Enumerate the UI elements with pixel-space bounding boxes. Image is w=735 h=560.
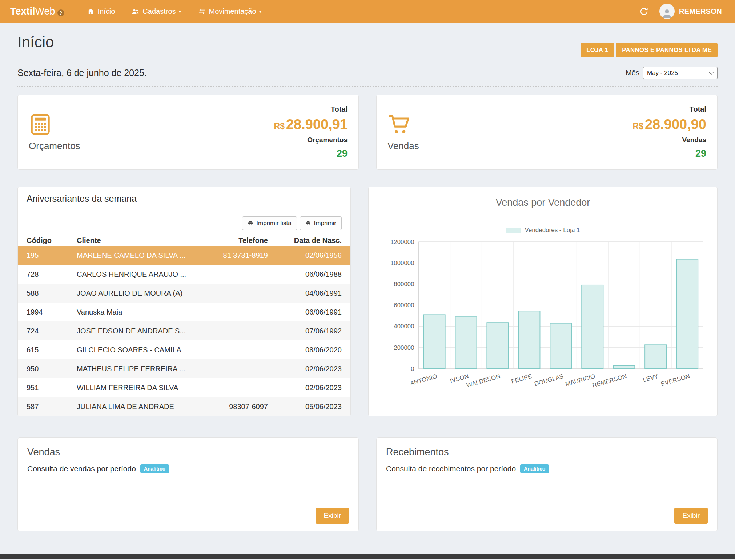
user-menu[interactable]: REMERSON [659, 4, 722, 19]
bar-antonio[interactable] [424, 315, 445, 368]
cell-nasc: 05/06/2023 [272, 403, 350, 411]
brand-text: TextilWeb [10, 6, 55, 17]
birthday-row[interactable]: 588JOAO AURELIO DE MOURA (A)04/06/1991 [18, 284, 350, 303]
help-icon[interactable]: ? [57, 9, 64, 16]
exibir-recebimentos-button[interactable]: Exibir [674, 508, 708, 524]
date-row: Sexta-feira, 6 de junho de 2025. Mês May… [17, 67, 718, 79]
cell-codigo: 724 [18, 327, 72, 335]
month-label: Mês [626, 69, 639, 77]
svg-text:1000000: 1000000 [390, 260, 414, 267]
x-label-levy: LEVY [642, 373, 659, 384]
birthday-row[interactable]: 724JOSE EDSON DE ANDRADE S...07/06/1992 [18, 321, 350, 340]
x-label-waldeson: WALDESON [466, 373, 501, 389]
card-right: Total R$28.900,90 Vendas 29 [633, 104, 706, 160]
svg-text:0: 0 [411, 365, 414, 372]
store-button[interactable]: LOJA 1 [581, 43, 614, 57]
cell-nasc: 08/06/2020 [272, 346, 350, 354]
cell-telefone: 81 3731-8919 [187, 251, 272, 260]
refresh-icon[interactable] [639, 7, 648, 16]
x-label-remerson: REMERSON [591, 373, 627, 389]
panel-footer: Exibir [377, 500, 717, 531]
birthday-row[interactable]: 728CARLOS HENRIQUE ARAUJO ...06/06/1988 [18, 265, 350, 284]
cell-nasc: 04/06/1991 [272, 289, 350, 297]
nav-item-inicio[interactable]: Início [87, 7, 115, 16]
nav-item-label: Cadastros [142, 7, 176, 16]
separator [17, 86, 718, 87]
card-left: Vendas [387, 104, 419, 160]
birthday-row[interactable]: 195MARLENE CAMELO DA SILVA ...81 3731-89… [18, 246, 350, 265]
cart-icon [387, 113, 419, 136]
company-button[interactable]: PANNOS E PANNOS LTDA ME [616, 43, 718, 57]
cell-cliente: MARLENE CAMELO DA SILVA ... [72, 251, 187, 260]
bar-ivson[interactable] [455, 317, 477, 369]
cell-cliente: JULIANA LIMA DE ANDRADE [72, 403, 187, 411]
card-right: Total R$28.900,91 Orçamentos 29 [274, 104, 348, 160]
birthday-row[interactable]: 950MATHEUS FELIPE FERREIRA ...02/06/2023 [18, 359, 350, 378]
print-button[interactable]: Imprimir [300, 216, 342, 230]
x-label-everson: EVERSON [660, 373, 691, 388]
col-codigo: Código [18, 236, 72, 245]
caret-down-icon: ▾ [259, 8, 262, 14]
nav-item-movimentacao[interactable]: Movimentação ▾ [198, 7, 262, 16]
birthday-row[interactable]: 615GILCLECIO SOARES - CAMILA08/06/2020 [18, 340, 350, 359]
sales-chart-svg: 020000040000060000080000010000001200000A… [377, 238, 709, 396]
print-list-label: Imprimir lista [256, 220, 291, 227]
vendas-report-panel: Vendas Consulta de vendas por período An… [17, 437, 359, 531]
middle-row: Aniversariantes da semana Imprimir lista… [17, 187, 718, 416]
chart-legend: Vendedores - Loja 1 [377, 227, 709, 234]
cell-nasc: 02/06/2023 [272, 365, 350, 373]
cell-cliente: JOSE EDSON DE ANDRADE S... [72, 327, 187, 335]
legend-label: Vendedores - Loja 1 [525, 227, 580, 234]
month-picker: Mês May - 2025 [626, 67, 718, 79]
total-label: Total [690, 105, 706, 113]
orcamentos-card: Orçamentos Total R$28.900,91 Orçamentos … [17, 95, 359, 170]
cell-codigo: 587 [18, 403, 72, 411]
page-header: Início LOJA 1 PANNOS E PANNOS LTDA ME [17, 32, 718, 57]
x-label-felipe: FELIPE [510, 373, 533, 385]
card-left: Orçamentos [29, 104, 80, 160]
analitico-badge: Analítico [140, 464, 169, 473]
brand-logo[interactable]: TextilWeb ? [10, 6, 64, 17]
cell-codigo: 1994 [18, 308, 72, 316]
svg-text:600000: 600000 [394, 302, 414, 309]
username: REMERSON [679, 7, 722, 16]
exchange-icon [198, 8, 206, 15]
home-icon [87, 8, 95, 15]
bar-waldeson[interactable] [487, 323, 508, 369]
cell-telefone: 98307-6097 [187, 403, 272, 411]
sales-chart-panel: Vendas por Vendedor Vendedores - Loja 1 … [368, 187, 718, 416]
cell-nasc: 02/06/2023 [272, 384, 350, 392]
birthday-row[interactable]: 951WILLIAM FERREIRA DA SILVA02/06/2023 [18, 378, 350, 397]
cell-nasc: 06/06/1991 [272, 308, 350, 316]
date-text: Sexta-feira, 6 de junho de 2025. [17, 68, 147, 78]
panel-footer: Exibir [18, 500, 358, 531]
bar-felipe[interactable] [518, 311, 540, 369]
birthdays-title: Aniversariantes da semana [18, 187, 350, 211]
header-buttons: LOJA 1 PANNOS E PANNOS LTDA ME [581, 43, 718, 57]
x-label-mauricio: MAURICIO [565, 373, 596, 388]
month-select[interactable]: May - 2025 [643, 67, 718, 79]
print-label: Imprimir [314, 220, 336, 227]
cell-nasc: 06/06/1988 [272, 270, 350, 279]
analitico-badge: Analítico [520, 464, 549, 473]
cell-cliente: MATHEUS FELIPE FERREIRA ... [72, 365, 187, 373]
total-label: Total [331, 105, 348, 113]
birthday-row[interactable]: 587JULIANA LIMA DE ANDRADE98307-609705/0… [18, 397, 350, 416]
bar-mauricio[interactable] [582, 285, 603, 369]
users-icon [132, 8, 139, 15]
printer-icon [248, 220, 253, 226]
cell-nasc: 02/06/1956 [272, 251, 350, 260]
avatar [659, 4, 675, 19]
bar-everson[interactable] [676, 259, 698, 369]
amount-value: 28.900,91 [286, 117, 348, 132]
exibir-vendas-button[interactable]: Exibir [316, 508, 349, 524]
birthday-row[interactable]: 1994Vanuska Maia06/06/1991 [18, 303, 350, 321]
print-list-button[interactable]: Imprimir lista [242, 216, 297, 230]
cell-cliente: WILLIAM FERREIRA DA SILVA [72, 384, 187, 392]
svg-text:800000: 800000 [394, 281, 414, 288]
nav-item-cadastros[interactable]: Cadastros ▾ [132, 7, 181, 16]
bar-remerson[interactable] [613, 366, 635, 369]
summary-cards-row: Orçamentos Total R$28.900,91 Orçamentos … [17, 95, 718, 170]
bar-douglas[interactable] [550, 323, 571, 369]
bar-levy[interactable] [645, 345, 666, 368]
